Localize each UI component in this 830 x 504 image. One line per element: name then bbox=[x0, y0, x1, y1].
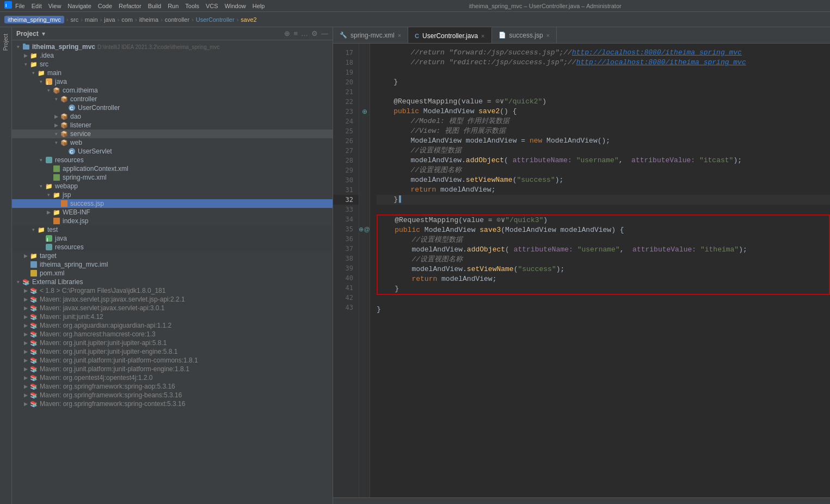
tab-spring-mvc-xml[interactable]: 🔧 spring-mvc.xml × bbox=[333, 27, 408, 43]
menu-vcs[interactable]: VCS bbox=[206, 3, 218, 9]
tree-item-maven6[interactable]: ▶ 📚 Maven: org.junit.jupiter:junit-jupit… bbox=[12, 339, 333, 347]
menu-window[interactable]: Window bbox=[225, 3, 246, 9]
project-tool-button[interactable]: Project bbox=[3, 34, 9, 51]
tree-item-appcontext[interactable]: ▶ applicationContext.xml bbox=[12, 164, 333, 173]
tree-label-success-jsp: success.jsp bbox=[70, 200, 104, 207]
tree-item-spring-mvc-xml[interactable]: ▶ spring-mvc.xml bbox=[12, 173, 333, 182]
tree-item-service[interactable]: ▾ 📦 service bbox=[12, 130, 333, 138]
tree-item-usercontroller[interactable]: ▶ C UserController bbox=[12, 103, 333, 112]
tree-item-test[interactable]: ▾ 📁 test bbox=[12, 225, 333, 234]
menu-file[interactable]: File bbox=[15, 3, 25, 9]
tree-label-maven1: Maven: javax.servlet.jsp:javax.servlet.j… bbox=[40, 296, 185, 303]
tree-item-dao[interactable]: ▶ 📦 dao bbox=[12, 112, 333, 121]
ln-19: 19 bbox=[333, 67, 359, 77]
tree-item-userservlet[interactable]: ▶ C UserServlet bbox=[12, 147, 333, 156]
tree-item-maven12[interactable]: ▶ 📚 Maven: org.springframework:spring-be… bbox=[12, 391, 333, 399]
success-jsp-icon: 📄 bbox=[499, 32, 506, 39]
tab-usercontroller-java[interactable]: C UserController.java × bbox=[408, 27, 491, 43]
menu-view[interactable]: View bbox=[48, 3, 62, 9]
tab-usercontroller-close[interactable]: × bbox=[481, 33, 484, 39]
tree-item-webapp[interactable]: ▾ 📁 webapp bbox=[12, 182, 333, 190]
breadcrumb-src[interactable]: src bbox=[71, 16, 79, 23]
tree-item-pom[interactable]: ▶ pom.xml bbox=[12, 269, 333, 278]
tree-item-main[interactable]: ▾ 📁 main bbox=[12, 69, 333, 77]
code-line-38: //设置视图名称 bbox=[378, 255, 829, 265]
menu-refactor[interactable]: Refactor bbox=[119, 3, 142, 9]
tree-item-success-jsp[interactable]: ▶ success.jsp bbox=[12, 199, 333, 208]
gutter-18 bbox=[359, 58, 370, 67]
tree-item-maven2[interactable]: ▶ 📚 Maven: javax.servlet:javax.servlet-a… bbox=[12, 304, 333, 312]
breadcrumb-itheima[interactable]: itheima bbox=[139, 16, 158, 23]
menu-run[interactable]: Run bbox=[168, 3, 179, 9]
breadcrumb-java[interactable]: java bbox=[104, 16, 115, 23]
tab-spring-mvc-xml-close[interactable]: × bbox=[398, 32, 401, 39]
tree-item-test-java[interactable]: ▶ j java bbox=[12, 234, 333, 243]
menu-edit[interactable]: Edit bbox=[32, 3, 42, 9]
tree-item-src[interactable]: ▾ 📁 src bbox=[12, 60, 333, 69]
tree-item-target[interactable]: ▶ 📁 target bbox=[12, 251, 333, 260]
horizontal-scrollbar[interactable] bbox=[333, 497, 830, 504]
tree-item-idea[interactable]: ▶ 📁 .idea bbox=[12, 51, 333, 60]
code-editor[interactable]: 17 18 19 20 21 22 23 24 25 26 27 28 29 3… bbox=[333, 44, 830, 497]
svg-rect-10 bbox=[46, 157, 52, 163]
tree-item-jsp-folder[interactable]: ▾ 📁 jsp bbox=[12, 190, 333, 199]
tree-item-webinf[interactable]: ▶ 📁 WEB-INF bbox=[12, 208, 333, 217]
svg-text:C: C bbox=[70, 106, 73, 111]
tree-item-java[interactable]: ▾ j java bbox=[12, 77, 333, 86]
tree-label-maven5: Maven: org.hamcrest:hamcrest-core:1.3 bbox=[40, 330, 156, 338]
tree-item-index-jsp[interactable]: ▶ index.jsp bbox=[12, 217, 333, 225]
tree-item-maven3[interactable]: ▶ 📚 Maven: junit:junit:4.12 bbox=[12, 312, 333, 321]
tree-item-maven1[interactable]: ▶ 📚 Maven: javax.servlet.jsp:javax.servl… bbox=[12, 295, 333, 304]
tree-item-maven13[interactable]: ▶ 📚 Maven: org.springframework:spring-co… bbox=[12, 399, 333, 408]
menu-bar: File Edit View Navigate Code Refactor Bu… bbox=[15, 3, 265, 9]
menu-code[interactable]: Code bbox=[98, 3, 112, 9]
tree-item-web[interactable]: ▾ 📦 web bbox=[12, 138, 333, 147]
gutter-39 bbox=[359, 263, 370, 273]
tool-gutter: Project bbox=[0, 27, 12, 504]
tree-label-main: main bbox=[47, 69, 62, 77]
tree-item-ext-libs[interactable]: ▾ 📚 External Libraries bbox=[12, 278, 333, 286]
collapse-icon[interactable]: ≡ bbox=[293, 29, 298, 38]
code-content[interactable]: //return "forward:/jsp/success.jsp";//ht… bbox=[370, 44, 830, 497]
code-line-19 bbox=[377, 67, 830, 77]
breadcrumb-usercontroller[interactable]: UserController bbox=[196, 16, 235, 23]
tree-label-test-resources: resources bbox=[55, 243, 84, 251]
tree-item-maven11[interactable]: ▶ 📚 Maven: org.springframework:spring-ao… bbox=[12, 382, 333, 391]
breadcrumb-project[interactable]: itheima_spring_mvc bbox=[4, 16, 64, 23]
breadcrumb-com[interactable]: com bbox=[121, 16, 133, 23]
tree-label-maven6: Maven: org.junit.jupiter:junit-jupiter-a… bbox=[40, 339, 167, 347]
tree-item-maven10[interactable]: ▶ 📚 Maven: org.opentest4j:opentest4j:1.2… bbox=[12, 373, 333, 382]
tree-label-webapp: webapp bbox=[55, 182, 78, 190]
tree-item-jdk[interactable]: ▶ 📚 < 1.8 > C:\Program Files\Java\jdk1.8… bbox=[12, 286, 333, 295]
breadcrumb-main[interactable]: main bbox=[85, 16, 98, 23]
tree-item-controller[interactable]: ▾ 📦 controller bbox=[12, 95, 333, 103]
tree-item-maven8[interactable]: ▶ 📚 Maven: org.junit.platform:junit-plat… bbox=[12, 356, 333, 365]
header-dropdown[interactable]: ▾ bbox=[42, 30, 45, 38]
tree-item-maven9[interactable]: ▶ 📚 Maven: org.junit.platform:junit-plat… bbox=[12, 365, 333, 373]
tree-item-maven4[interactable]: ▶ 📚 Maven: org.apiguardian:apiguardian-a… bbox=[12, 321, 333, 330]
tree-item-resources[interactable]: ▾ resources bbox=[12, 156, 333, 164]
tree-item-iml[interactable]: ▶ itheima_spring_mvc.iml bbox=[12, 260, 333, 269]
breadcrumb-controller[interactable]: controller bbox=[165, 16, 189, 23]
code-line-29: //设置视图名称 bbox=[377, 165, 830, 175]
locate-icon[interactable]: ⊕ bbox=[284, 29, 290, 38]
tree-item-listener[interactable]: ▶ 📦 listener bbox=[12, 121, 333, 130]
tab-success-jsp-close[interactable]: × bbox=[546, 32, 550, 39]
settings-icon[interactable]: ⚙ bbox=[311, 29, 318, 38]
tree-item-test-resources[interactable]: ▶ resources bbox=[12, 243, 333, 251]
tree-item-maven7[interactable]: ▶ 📚 Maven: org.junit.jupiter:junit-jupit… bbox=[12, 347, 333, 356]
tree-item-com-itheima[interactable]: ▾ 📦 com.itheima bbox=[12, 86, 333, 95]
tree-label-jdk: < 1.8 > C:\Program Files\Java\jdk1.8.0_1… bbox=[40, 287, 165, 294]
menu-build[interactable]: Build bbox=[148, 3, 161, 9]
tab-success-jsp[interactable]: 📄 success.jsp × bbox=[492, 27, 557, 43]
project-toolbar: ⊕ ≡ … ⚙ — bbox=[284, 29, 328, 38]
gutter-22 bbox=[359, 97, 370, 107]
dots-icon[interactable]: … bbox=[301, 29, 308, 38]
tree-item-root[interactable]: ▾ itheima_spring_mvc D:\IntelliJ IDEA 20… bbox=[12, 42, 333, 51]
tree-item-maven5[interactable]: ▶ 📚 Maven: org.hamcrest:hamcrest-core:1.… bbox=[12, 330, 333, 339]
breadcrumb-save2[interactable]: save2 bbox=[241, 16, 256, 23]
menu-navigate[interactable]: Navigate bbox=[67, 3, 91, 9]
minimize-icon[interactable]: — bbox=[321, 29, 328, 38]
menu-tools[interactable]: Tools bbox=[185, 3, 199, 9]
menu-help[interactable]: Help bbox=[253, 3, 265, 9]
